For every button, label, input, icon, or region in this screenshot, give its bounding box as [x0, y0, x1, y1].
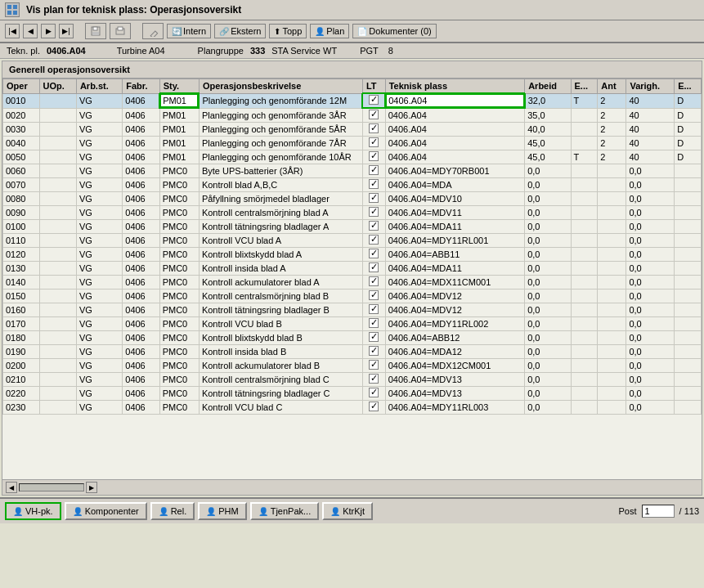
checkbox-icon[interactable] — [369, 402, 379, 411]
cell-uop — [39, 108, 76, 123]
edit-btn[interactable] — [142, 23, 164, 39]
cell-oper: 0070 — [3, 178, 40, 192]
cell-ant — [598, 178, 626, 192]
cell-varigh: 0,0 — [626, 248, 675, 262]
cell-varigh: 0,0 — [626, 359, 675, 373]
table-row[interactable]: 0020VG0406PM01Planlegging och genomföran… — [3, 108, 702, 123]
checkbox-icon[interactable] — [369, 110, 379, 119]
checkbox-icon[interactable] — [369, 360, 379, 370]
checkbox-icon[interactable] — [369, 290, 379, 300]
checkbox-icon[interactable] — [369, 193, 379, 203]
checkbox-icon[interactable] — [369, 388, 379, 397]
topp-label: Topp — [282, 26, 302, 36]
checkbox-icon[interactable] — [369, 151, 379, 161]
operations-table-container[interactable]: Oper UOp. Arb.st. Fabr. Sty. Operasjonsb… — [2, 79, 702, 479]
topp-btn[interactable]: ⬆ Topp — [269, 24, 307, 38]
table-row[interactable]: 0100VG0406PMC0Kontroll tätningsring blad… — [3, 220, 702, 234]
checkbox-icon[interactable] — [369, 95, 379, 105]
svg-rect-1 — [13, 5, 17, 9]
checkbox-icon[interactable] — [369, 207, 379, 217]
table-row[interactable]: 0170VG0406PMC0Kontroll VCU blad B0406.A0… — [3, 317, 702, 331]
table-row[interactable]: 0230VG0406PMC0Kontroll VCU blad C0406.A0… — [3, 401, 702, 415]
checkbox-icon[interactable] — [369, 346, 379, 356]
main-content: Generell operasjonsoversikt Oper UOp. Ar… — [2, 61, 702, 496]
cell-fabr: 0406 — [123, 93, 159, 108]
table-row[interactable]: 0110VG0406PMC0Kontroll VCU blad A0406.A0… — [3, 234, 702, 248]
checkbox-icon[interactable] — [369, 165, 379, 175]
nav-next-btn[interactable]: ▶ — [41, 24, 56, 38]
table-row[interactable]: 0060VG0406PMC0Byte UPS-batterier (3ÅR)04… — [3, 164, 702, 178]
plan-btn[interactable]: 👤 Plan — [310, 24, 349, 38]
save-btn[interactable] — [85, 23, 106, 39]
komponenter-button[interactable]: 👤 Komponenter — [65, 502, 147, 520]
table-row[interactable]: 0210VG0406PMC0Kontroll centralsmörjning … — [3, 373, 702, 387]
cell-fabr: 0406 — [123, 164, 159, 178]
scroll-right-btn[interactable]: ▶ — [86, 482, 97, 493]
print-btn[interactable] — [110, 23, 131, 39]
table-row[interactable]: 0140VG0406PMC0Kontroll ackumulatorer bla… — [3, 276, 702, 290]
tjenpack-button[interactable]: 👤 TjenPak... — [250, 502, 320, 520]
col-arbst: Arb.st. — [76, 79, 122, 94]
cell-e1 — [571, 206, 598, 220]
checkbox-icon[interactable] — [369, 263, 379, 272]
nav-last-btn[interactable]: ▶| — [59, 24, 74, 38]
nav-prev-btn[interactable]: ◀ — [23, 24, 38, 38]
dokumenter-btn[interactable]: 📄 Dokumenter (0) — [352, 24, 436, 38]
col-oper: Oper — [3, 79, 40, 94]
horizontal-scrollbar[interactable]: ◀ ▶ — [2, 479, 702, 495]
cell-oper: 0090 — [3, 206, 40, 220]
cell-sty: PMC0 — [159, 303, 199, 317]
phm-button[interactable]: 👤 PHM — [198, 502, 246, 520]
vh-pk-button[interactable]: 👤 VH-pk. — [5, 502, 61, 520]
rel-button[interactable]: 👤 Rel. — [150, 502, 195, 520]
cell-desc: Kontroll VCU blad A — [199, 234, 362, 248]
cell-e2 — [675, 192, 702, 206]
cell-teknisk: 0406.A04 — [385, 123, 525, 137]
checkbox-icon[interactable] — [369, 123, 379, 133]
table-row[interactable]: 0040VG0406PM01Planlegging och genomföran… — [3, 137, 702, 150]
cell-fabr: 0406 — [123, 317, 159, 331]
cell-arbst: VG — [76, 401, 122, 415]
nav-first-btn[interactable]: |◀ — [5, 24, 20, 38]
table-row[interactable]: 0070VG0406PMC0Kontroll blad A,B,C0406.A0… — [3, 178, 702, 192]
ktrkjt-button[interactable]: 👤 KtrKjt — [322, 502, 373, 520]
ekstern-btn[interactable]: 🔗 Ekstern — [214, 24, 266, 38]
checkbox-icon[interactable] — [369, 137, 379, 147]
table-row[interactable]: 0130VG0406PMC0Kontroll insida blad A0406… — [3, 262, 702, 276]
table-row[interactable]: 0160VG0406PMC0Kontroll tätningsring blad… — [3, 303, 702, 317]
table-row[interactable]: 0180VG0406PMC0Kontroll blixtskydd blad B… — [3, 331, 702, 345]
checkbox-icon[interactable] — [369, 332, 379, 342]
checkbox-icon[interactable] — [369, 235, 379, 245]
table-row[interactable]: 0200VG0406PMC0Kontroll ackumulatorer bla… — [3, 359, 702, 373]
table-row[interactable]: 0030VG0406PM01Planlegging och genomföran… — [3, 123, 702, 137]
edit-icon — [147, 25, 159, 37]
table-row[interactable]: 0190VG0406PMC0Kontroll insida blad B0406… — [3, 345, 702, 359]
table-row[interactable]: 0080VG0406PMC0Påfyllning smörjmedel blad… — [3, 192, 702, 206]
table-row[interactable]: 0150VG0406PMC0Kontroll centralsmörjning … — [3, 290, 702, 303]
cell-desc: Kontroll ackumulatorer blad B — [199, 359, 362, 373]
checkbox-icon[interactable] — [369, 276, 379, 286]
cell-lt — [362, 93, 385, 108]
cell-desc: Kontroll blad A,B,C — [199, 178, 362, 192]
cell-varigh: 0,0 — [626, 331, 675, 345]
table-row[interactable]: 0120VG0406PMC0Kontroll blixtskydd blad A… — [3, 248, 702, 262]
scroll-track[interactable] — [19, 483, 84, 491]
table-row[interactable]: 0220VG0406PMC0Kontroll tätningsring blad… — [3, 387, 702, 401]
cell-teknisk: 0406.A04=MDY11RL003 — [385, 401, 525, 415]
checkbox-icon[interactable] — [369, 249, 379, 258]
cell-teknisk: 0406.A04=MDV13 — [385, 387, 525, 401]
vh-pk-label: VH-pk. — [25, 506, 53, 516]
info-row-1: Tekn. pl. 0406.A04 Turbine A04 — [7, 46, 165, 56]
checkbox-icon[interactable] — [369, 179, 379, 189]
checkbox-icon[interactable] — [369, 318, 379, 328]
table-row[interactable]: 0050VG0406PM01Planlegging och genomföran… — [3, 150, 702, 164]
cell-oper: 0210 — [3, 373, 40, 387]
post-input[interactable] — [642, 505, 675, 518]
table-row[interactable]: 0090VG0406PMC0Kontroll centralsmörjning … — [3, 206, 702, 220]
scroll-left-btn[interactable]: ◀ — [6, 482, 17, 493]
intern-btn[interactable]: 🔄 Intern — [167, 24, 211, 38]
checkbox-icon[interactable] — [369, 304, 379, 314]
checkbox-icon[interactable] — [369, 374, 379, 384]
checkbox-icon[interactable] — [369, 221, 379, 231]
table-row[interactable]: 0010VG0406PM01Planlegging och genomföran… — [3, 93, 702, 108]
